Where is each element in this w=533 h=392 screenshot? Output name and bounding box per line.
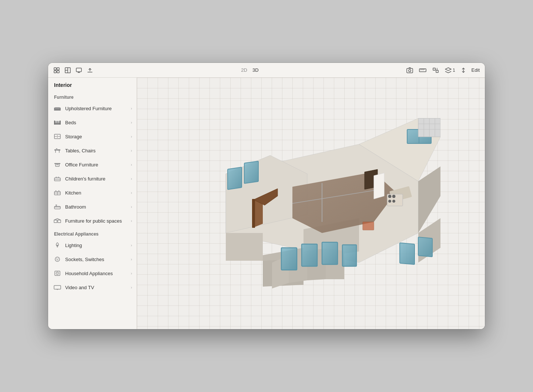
sidebar-item-beds[interactable]: Beds › — [48, 115, 137, 129]
svg-point-60 — [55, 257, 60, 261]
sidebar-item-bathroom[interactable]: Bathroom › — [48, 200, 137, 214]
bathroom-icon — [53, 203, 61, 211]
sidebar-item-video-tv[interactable]: Video and TV › — [48, 280, 137, 294]
toolbar-icons — [53, 67, 93, 74]
office-furniture-label: Office Furniture — [65, 162, 127, 168]
kitchen-label: Kitchen — [65, 190, 127, 196]
layout-icon[interactable] — [64, 67, 71, 74]
snap-icon[interactable] — [432, 67, 439, 73]
svg-rect-36 — [56, 148, 57, 150]
tables-chairs-label: Tables, Chairs — [65, 148, 127, 153]
sidebar-item-household-appliances[interactable]: Household Appliances › — [48, 266, 137, 280]
svg-rect-51 — [54, 206, 60, 209]
svg-rect-10 — [407, 68, 413, 73]
toolbar-right: 1 Edit — [406, 67, 480, 73]
svg-rect-55 — [58, 220, 61, 223]
upholstered-furniture-chevron: › — [131, 106, 132, 111]
svg-rect-22 — [60, 108, 61, 111]
bathroom-chevron: › — [131, 205, 132, 209]
tables-chairs-chevron: › — [131, 148, 132, 153]
tv-icon — [53, 283, 61, 291]
table-icon — [53, 146, 61, 155]
layers-count: 1 — [453, 68, 455, 73]
monitor-icon[interactable] — [76, 67, 82, 74]
screenshot-icon[interactable] — [406, 67, 413, 73]
ruler-icon[interactable] — [419, 67, 426, 73]
svg-point-102 — [392, 195, 395, 198]
svg-rect-93 — [418, 237, 432, 257]
storage-label: Storage — [65, 134, 127, 139]
sidebar-item-storage[interactable]: Storage › — [48, 129, 137, 143]
svg-point-32 — [57, 137, 58, 138]
svg-marker-72 — [226, 233, 263, 261]
socket-icon — [53, 255, 61, 263]
svg-rect-37 — [54, 163, 60, 164]
svg-point-11 — [409, 70, 411, 72]
app-window: 2D 3D — [48, 63, 485, 329]
sidebar-item-lighting[interactable]: Lighting › — [48, 238, 137, 252]
sofa-icon — [53, 104, 61, 112]
svg-point-101 — [388, 195, 391, 198]
sidebar-item-sockets-switches[interactable]: Sockets, Switches › — [48, 252, 137, 266]
2d-mode-button[interactable]: 2D — [241, 67, 247, 73]
office-furniture-chevron: › — [131, 162, 132, 167]
upholstered-furniture-label: Upholstered Furniture — [65, 106, 127, 111]
grid-icon[interactable] — [53, 67, 60, 74]
svg-point-50 — [58, 190, 59, 191]
household-appliances-label: Household Appliances — [65, 271, 127, 276]
svg-rect-92 — [400, 243, 415, 264]
beds-chevron: › — [131, 120, 132, 125]
upload-icon[interactable] — [87, 67, 93, 74]
layers-icon[interactable]: 1 — [445, 67, 455, 73]
svg-rect-98 — [252, 199, 255, 228]
svg-point-104 — [393, 200, 395, 203]
svg-rect-41 — [56, 164, 58, 165]
svg-rect-18 — [436, 70, 438, 72]
bed-icon — [53, 118, 61, 126]
storage-chevron: › — [131, 134, 132, 139]
svg-rect-90 — [322, 242, 338, 264]
lighting-label: Lighting — [65, 243, 127, 248]
svg-rect-66 — [54, 285, 61, 289]
storage-icon — [53, 132, 61, 141]
furniture-public-chevron: › — [131, 219, 132, 223]
kitchen-chevron: › — [131, 190, 132, 195]
sidebar-item-office-furniture[interactable]: Office Furniture › — [48, 158, 137, 172]
canvas-area[interactable] — [137, 78, 485, 329]
sockets-switches-label: Sockets, Switches — [65, 257, 127, 262]
settings-chevron[interactable] — [461, 67, 466, 73]
childrens-furniture-label: Children's furniture — [65, 176, 127, 182]
svg-rect-7 — [76, 68, 81, 72]
sidebar-item-upholstered-furniture[interactable]: Upholstered Furniture › — [48, 101, 137, 115]
public-spaces-icon — [53, 217, 61, 225]
svg-marker-105 — [374, 173, 384, 199]
svg-rect-86 — [228, 167, 242, 189]
furniture-public-label: Furniture for public spaces — [65, 218, 127, 224]
lighting-chevron: › — [131, 243, 132, 247]
sidebar-item-kitchen[interactable]: Kitchen › — [48, 186, 137, 200]
toolbar: 2D 3D — [48, 63, 485, 78]
svg-rect-88 — [281, 248, 297, 270]
beds-label: Beds — [65, 120, 127, 125]
svg-rect-45 — [58, 177, 59, 178]
svg-rect-12 — [419, 69, 426, 72]
floor-plan-view — [181, 115, 440, 292]
sidebar-item-childrens-furniture[interactable]: Children's furniture › — [48, 172, 137, 186]
sidebar-item-furniture-public[interactable]: Furniture for public spaces › — [48, 214, 137, 228]
view-mode-toggle: 2D 3D — [241, 67, 258, 73]
svg-rect-54 — [54, 220, 57, 223]
svg-rect-87 — [244, 161, 258, 183]
svg-rect-20 — [55, 107, 60, 109]
sockets-switches-chevron: › — [131, 257, 132, 261]
video-tv-label: Video and TV — [65, 285, 127, 290]
appliances-icon — [53, 269, 61, 277]
3d-mode-button[interactable]: 3D — [252, 67, 259, 73]
video-tv-chevron: › — [131, 285, 132, 290]
edit-button[interactable]: Edit — [472, 67, 480, 73]
svg-rect-3 — [57, 71, 59, 73]
office-icon — [53, 160, 61, 169]
svg-rect-1 — [57, 68, 59, 70]
svg-point-49 — [56, 190, 56, 191]
svg-rect-2 — [54, 71, 56, 73]
sidebar-item-tables-chairs[interactable]: Tables, Chairs › — [48, 143, 137, 158]
